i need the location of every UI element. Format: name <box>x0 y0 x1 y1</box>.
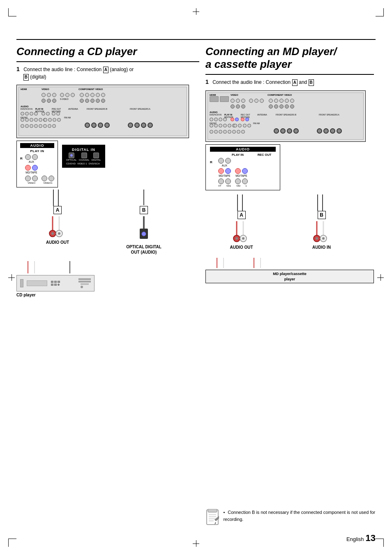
left-digital-in-title: DIGITAL IN <box>66 148 101 152</box>
note-section: • Connection B is not necessary if the c… <box>205 509 376 526</box>
svg-point-6 <box>51 232 54 235</box>
left-section-title: Connecting a CD player <box>16 45 199 58</box>
corner-mark-br <box>376 539 384 547</box>
right-box-b: B <box>309 79 314 86</box>
left-optical-label: OPTICAL <box>66 159 77 161</box>
left-coaxial-label: COAXIAL <box>79 159 90 161</box>
left-cable-group-a: A AUDIO OUT <box>16 190 99 245</box>
svg-rect-42 <box>208 509 217 512</box>
svg-point-26 <box>242 237 244 240</box>
crosshair-left <box>8 274 15 281</box>
left-audio-panel: AUDIO PLAY IN R AUX <box>16 141 58 187</box>
left-divider <box>16 61 199 62</box>
note-icon <box>205 509 219 526</box>
left-cable-group-b: B OPTICAL DIGITAL OUT (AUDIO) <box>99 190 181 255</box>
right-connection-line-b <box>309 194 334 211</box>
left-receiver-diagram: HDMI VIDEO COMPONENT VIDEO <box>16 85 189 138</box>
right-receiver-diagram: HDMI VIDEO COMPONENT VIDEO <box>205 90 366 142</box>
page-number-area: English 13 <box>346 533 376 543</box>
left-mdtape-label: MD/TAPE <box>25 171 37 174</box>
left-optical-out-label: OPTICAL DIGITAL OUT (AUDIO) <box>126 244 161 255</box>
crosshair-top <box>193 8 199 15</box>
left-video1-label: VIDEO1 <box>43 182 52 184</box>
right-md-player-box: MD player/cassette player <box>205 270 374 283</box>
page-number: 13 <box>366 533 376 543</box>
right-step1: 1 Connect the audio line : Connection A … <box>205 78 374 86</box>
right-aux-label: AUX <box>222 164 227 167</box>
crosshair-bottom <box>193 540 199 547</box>
left-step1-num: 1 <box>16 66 20 72</box>
right-player-label: MD player/cassette player <box>273 272 307 281</box>
right-vt-label: VT <box>218 185 221 187</box>
right-rca-cables <box>229 221 254 244</box>
left-label-b: B <box>140 206 148 214</box>
right-mdtape-play-label: MD/TAPE <box>219 174 230 177</box>
right-play-in-label: PLAY IN <box>226 153 249 157</box>
note-text: Connection B is not necessary if the con… <box>223 510 375 522</box>
left-rca-cables <box>45 216 70 239</box>
left-optical-cable <box>136 216 152 243</box>
crosshair-right <box>377 274 384 281</box>
left-connection-line-b <box>136 190 152 206</box>
left-label-a: A <box>53 206 62 214</box>
left-cd-dvd-label: CD/DVD <box>66 162 76 165</box>
left-cd-player-label: CD player <box>16 293 199 297</box>
right-connection-line-a <box>229 194 254 211</box>
left-cable-to-cdplayer <box>16 261 119 273</box>
left-dvdsch-label: DVD/SCH <box>89 162 100 165</box>
right-divider <box>205 74 374 75</box>
left-audio-panel-title: AUDIO <box>20 143 54 148</box>
right-section-title: Connecting an MD player/ a cassette play… <box>205 45 374 71</box>
corner-mark-bl <box>8 539 16 547</box>
left-aux-label: AUX <box>29 160 34 163</box>
right-box-a: A <box>292 79 297 86</box>
left-connection-line-a <box>45 190 70 206</box>
right-step1-num: 1 <box>205 79 209 85</box>
svg-marker-48 <box>214 522 216 525</box>
right-md-player-area: MD player/cassette player <box>205 258 374 283</box>
right-mdtape-rec-label: MD/TAPE <box>235 174 247 177</box>
right-label-a: A <box>238 211 246 219</box>
right-audio-panel-title: AUDIO <box>210 147 276 152</box>
note-text-container: • Connection B is not necessary if the c… <box>223 509 376 523</box>
left-audio-out-label: AUDIO OUT <box>46 240 69 245</box>
left-box-a: A <box>103 67 108 73</box>
left-digital-in-panel: DIGITAL IN OPTICAL COAXIAL DIGITAL <box>62 145 105 168</box>
right-audio-out-label: AUDIO OUT <box>230 245 253 250</box>
right-cable-group-b: B AUDIO IN <box>286 194 357 250</box>
left-video-label: VIDEO <box>28 182 35 184</box>
top-divider <box>16 39 376 40</box>
left-step1-end: (digital) <box>30 74 46 80</box>
right-vid-label: VID <box>236 185 240 187</box>
right-audio-in-label: AUDIO IN <box>312 245 331 250</box>
svg-point-36 <box>322 237 325 240</box>
left-box-b: B <box>23 74 29 81</box>
svg-point-9 <box>58 232 60 235</box>
right-cable-group-a: A AUDIO OUT <box>205 194 277 250</box>
left-video1-digital-label: VIDEO 1 <box>77 162 87 165</box>
corner-mark-tr <box>376 8 384 16</box>
right-rca-cables-b <box>309 221 334 244</box>
right-wiring-section: A AUDIO OUT B <box>205 194 374 250</box>
right-cable-to-mdplayer <box>205 258 292 268</box>
left-cd-player-area: CD player <box>16 261 199 297</box>
svg-point-13 <box>142 232 146 236</box>
left-audio-play-in-label: PLAY IN <box>20 149 54 153</box>
right-step1-and: and <box>299 79 307 85</box>
left-step1: 1 Connect the audio line : Connection A … <box>16 65 199 81</box>
right-vd1-label: VD1 <box>226 185 231 187</box>
right-audio-panel: AUDIO PLAY IN REC OUT R AUX <box>205 144 280 190</box>
left-digital-label: DIGITAL <box>92 159 101 161</box>
right-label-b: B <box>318 211 326 219</box>
page-language: English <box>346 536 364 542</box>
left-step1-text: Connect the audio line : Connection <box>23 67 101 72</box>
svg-point-33 <box>316 237 318 240</box>
right-step1-text: Connect the audio line : Connection <box>212 79 291 85</box>
left-cd-player-box <box>16 275 95 291</box>
note-bullet: • <box>223 510 225 515</box>
corner-mark-tl <box>8 8 16 16</box>
right-vd1r-label: 1 <box>245 185 247 187</box>
right-rec-out-label: REC OUT <box>253 153 276 157</box>
left-step1-mid: (analog) or <box>110 67 134 72</box>
svg-point-23 <box>235 237 238 240</box>
